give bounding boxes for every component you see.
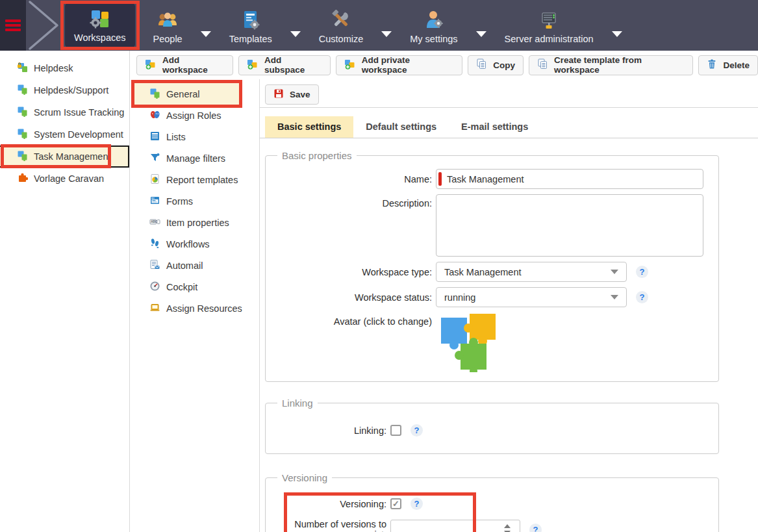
server-administration-dropdown-arrow[interactable] [612, 31, 622, 37]
delete-button[interactable]: Delete [698, 55, 758, 75]
tab-default-settings[interactable]: Default settings [353, 116, 449, 138]
nav-item-customize[interactable]: Customize [311, 0, 372, 51]
menu-item-manage-filters[interactable]: Manage filters [130, 147, 259, 169]
copy-icon [476, 58, 487, 71]
masks-icon [149, 109, 160, 122]
tab-basic-settings[interactable]: Basic settings [265, 116, 353, 138]
menu-item-lists[interactable]: Lists [130, 126, 259, 147]
nav-item-people[interactable]: People [145, 0, 190, 51]
versioning-help-icon[interactable]: ? [411, 498, 423, 510]
menu-item-label: Assign Resources [166, 303, 242, 314]
menu-item-workflows[interactable]: Workflows [130, 233, 259, 255]
menu-item-assign-resources[interactable]: Assign Resources [130, 298, 259, 319]
abc-properties-icon: ABC [149, 216, 160, 229]
versioning-checkbox[interactable]: ✓ [390, 498, 401, 509]
right-pane: Add workspace Add subspace Add private w… [130, 51, 758, 532]
workspace-puzzle-icon [17, 106, 28, 119]
workspace-lock-icon [17, 62, 28, 75]
create-template-icon [537, 58, 548, 71]
general-puzzle-icon [149, 88, 160, 101]
copy-button[interactable]: Copy [468, 55, 524, 75]
sidebar-item-scrum-issue-tracking[interactable]: Scrum Issue Tracking [0, 101, 129, 123]
templates-icon [241, 8, 260, 31]
button-label: Create template from workspace [554, 55, 685, 75]
workspace-puzzle-icon [17, 128, 28, 141]
save-row: Save [260, 79, 758, 108]
templates-dropdown-arrow[interactable] [290, 31, 301, 37]
description-textarea[interactable] [436, 194, 703, 257]
menu-item-label: Manage filters [166, 153, 225, 164]
menu-item-item-properties[interactable]: ABC Item properties [130, 212, 259, 233]
nav-item-workspaces[interactable]: Workspaces [65, 3, 135, 48]
workspace-toolbar: Add workspace Add subspace Add private w… [130, 51, 758, 79]
workspace-settings-menu: General Assign Roles Lists [130, 79, 260, 532]
sidebar-item-label: System Development [34, 129, 123, 140]
footprints-icon [149, 238, 160, 251]
customize-icon [330, 8, 352, 31]
nav-item-server-administration[interactable]: Server administration [497, 0, 601, 51]
my-settings-dropdown-arrow[interactable] [476, 31, 486, 37]
add-private-workspace-icon [344, 58, 356, 72]
name-label: Name: [273, 174, 436, 184]
linking-checkbox[interactable] [390, 425, 401, 436]
add-subspace-button[interactable]: Add subspace [238, 55, 331, 75]
workspaces-icon [90, 7, 110, 29]
name-input[interactable] [436, 169, 703, 189]
menu-item-label: Assign Roles [166, 110, 221, 121]
gauge-icon [149, 281, 160, 294]
menu-item-cockpit[interactable]: Cockpit [130, 276, 259, 298]
add-workspace-button[interactable]: Add workspace [136, 55, 233, 75]
my-settings-icon [423, 8, 444, 31]
basic-properties-legend: Basic properties [277, 150, 357, 161]
workspace-type-select[interactable]: Task Management [436, 262, 627, 282]
sidebar-item-label: Scrum Issue Tracking [34, 107, 124, 118]
linking-help-icon[interactable]: ? [411, 424, 423, 437]
people-dropdown-arrow[interactable] [201, 31, 211, 37]
menu-item-forms[interactable]: Forms [130, 190, 259, 212]
description-label: Description: [273, 194, 436, 209]
nav-item-templates[interactable]: Templates [221, 0, 280, 51]
sidebar-item-task-management[interactable]: Task Management [0, 146, 129, 168]
nav-item-my-settings[interactable]: My settings [402, 0, 465, 51]
sidebar-item-helpdesk-support[interactable]: Helpdesk/Support [0, 79, 129, 101]
workspace-status-label: Workspace status: [273, 292, 436, 303]
spinner-arrows-icon[interactable] [504, 520, 511, 532]
versions-to-persist-spinner[interactable] [390, 520, 520, 532]
menu-item-report-templates[interactable]: Report templates [130, 169, 259, 190]
hamburger-menu-icon[interactable] [5, 19, 21, 31]
sidebar-item-vorlage-caravan[interactable]: Vorlage Caravan [0, 168, 129, 190]
menu-item-general[interactable]: General [134, 83, 239, 105]
save-button[interactable]: Save [265, 84, 319, 105]
content-area: Helpdesk Helpdesk/Support Scrum Issue Tr… [0, 51, 758, 532]
linking-fieldset: Linking Linking: ? [265, 398, 719, 454]
menu-item-automail[interactable]: Automail [130, 255, 259, 276]
workspace-type-help-icon[interactable]: ? [636, 266, 648, 278]
nav-item-label: My settings [410, 34, 457, 44]
workspace-status-select[interactable]: running [436, 287, 627, 307]
create-template-from-workspace-button[interactable]: Create template from workspace [529, 55, 694, 75]
workspace-avatar[interactable] [440, 312, 499, 372]
add-private-workspace-button[interactable]: Add private workspace [336, 55, 463, 75]
selected-value: running [444, 292, 475, 303]
nav-item-label: Workspaces [74, 32, 126, 43]
workspace-puzzle-icon [17, 84, 28, 97]
menu-item-assign-roles[interactable]: Assign Roles [130, 105, 259, 126]
versions-to-persist-help-icon[interactable]: ? [529, 524, 542, 532]
sidebar-item-helpdesk[interactable]: Helpdesk [0, 57, 129, 79]
chevron-down-icon [611, 295, 618, 299]
button-label: Add workspace [162, 55, 225, 75]
button-label: Add private workspace [362, 55, 455, 75]
chevron-down-icon [611, 270, 618, 274]
trash-icon [707, 58, 717, 71]
sidebar-item-label: Task Management [34, 151, 110, 162]
customize-dropdown-arrow[interactable] [381, 31, 392, 37]
button-label: Add subspace [264, 55, 322, 75]
selected-value: Task Management [444, 267, 521, 277]
tab-email-settings[interactable]: E-mail settings [449, 116, 540, 138]
workspace-status-help-icon[interactable]: ? [636, 291, 648, 303]
sidebar-item-system-development[interactable]: System Development [0, 123, 129, 146]
menu-item-label: General [166, 89, 200, 99]
menu-item-label: Forms [166, 196, 193, 207]
menu-item-label: Item properties [166, 218, 229, 228]
laptop-icon [149, 302, 160, 315]
